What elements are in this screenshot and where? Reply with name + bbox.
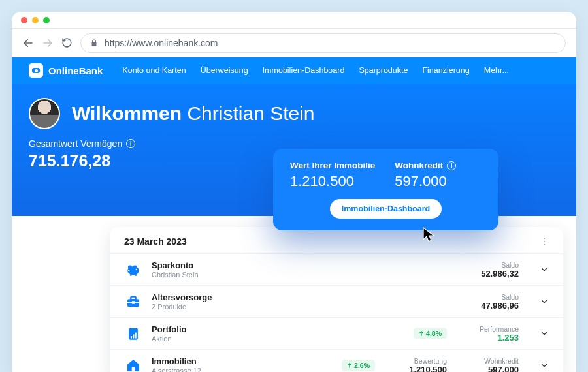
info-icon[interactable]: i <box>447 161 456 170</box>
dashboard-button[interactable]: Immobilien-Dashboard <box>330 199 442 219</box>
accounts-card: 23 March 2023 ⋯ SparkontoChristian Stein… <box>110 227 563 372</box>
chevron-down-icon[interactable] <box>540 361 549 370</box>
account-row[interactable]: PortfolioAktien4.8%Performance1.253 <box>110 317 563 349</box>
value-amount: 52.986,32 <box>468 269 519 279</box>
chevron-down-icon[interactable] <box>540 329 549 338</box>
value-label: Saldo <box>468 293 519 301</box>
value-column: Saldo52.986,32 <box>468 261 519 279</box>
window-close-dot[interactable] <box>21 17 27 23</box>
value-column: Wohnkredit597.000 <box>468 357 519 373</box>
brand[interactable]: OnlineBank <box>29 63 103 78</box>
window-zoom-dot[interactable] <box>43 17 50 23</box>
welcome-username: Christian Stein <box>187 102 314 124</box>
row-title: Immobilien <box>152 356 295 366</box>
nav-item-savings[interactable]: Sparprodukte <box>359 66 408 75</box>
svg-rect-14 <box>131 336 132 338</box>
svg-rect-15 <box>133 334 134 338</box>
back-button[interactable] <box>22 37 34 49</box>
url-text: https://www.onlinebank.com <box>105 38 218 48</box>
value-amount: 1.253 <box>468 333 519 343</box>
row-icon <box>124 292 142 311</box>
svg-point-3 <box>128 266 133 270</box>
welcome-text: Wilkommen Christian Stein <box>72 102 315 125</box>
card-date: 23 March 2023 <box>124 236 187 247</box>
svg-rect-16 <box>135 333 137 339</box>
svg-rect-10 <box>131 297 136 300</box>
value-label: Performance <box>468 325 519 333</box>
value-label: Bewertung <box>396 357 447 365</box>
row-titles: PortfolioAktien <box>152 324 295 343</box>
value-label: Wohnkredit <box>468 357 519 365</box>
row-subtitle: Aktien <box>152 335 295 343</box>
nav-item-financing[interactable]: Finanzierung <box>422 66 469 75</box>
account-row[interactable]: Altersvorsorge2 ProdukteSaldo47.986,96 <box>110 285 563 317</box>
svg-rect-5 <box>128 270 129 271</box>
more-menu-icon[interactable]: ⋯ <box>539 237 549 247</box>
avatar[interactable] <box>29 98 60 129</box>
row-icon <box>124 324 142 343</box>
row-subtitle: Christian Stein <box>152 271 295 279</box>
forward-button[interactable] <box>42 37 54 49</box>
brand-name: OnlineBank <box>48 65 103 76</box>
row-subtitle: Alserstrasse 12 <box>152 367 295 372</box>
nav-item-transfer[interactable]: Überweisung <box>201 66 248 75</box>
value-amount: 597.000 <box>468 365 519 373</box>
reload-button[interactable] <box>61 37 73 48</box>
row-titles: Altersvorsorge2 Produkte <box>152 292 295 311</box>
welcome-prefix: Wilkommen <box>72 102 182 124</box>
svg-rect-7 <box>130 274 131 276</box>
cursor-icon <box>422 226 436 243</box>
svg-rect-8 <box>135 274 136 276</box>
nav-item-more[interactable]: Mehr... <box>484 66 509 75</box>
property-value-label: Wert Ihrer Immobilie <box>290 161 375 170</box>
property-popover: Wert Ihrer Immobilie 1.210.500 Wohnkredi… <box>273 149 498 230</box>
home-loan-label: Wohnkredit i <box>395 161 456 170</box>
window-titlebar <box>12 12 576 29</box>
property-value: 1.210.500 <box>290 173 375 190</box>
row-icon <box>124 260 142 279</box>
value-column: Bewertung1.210.500 <box>396 357 447 373</box>
svg-rect-12 <box>132 301 135 304</box>
window-minimize-dot[interactable] <box>32 17 39 23</box>
product-nav: OnlineBank Konto und Karten Überweisung … <box>12 57 576 84</box>
browser-toolbar: https://www.onlinebank.com <box>12 29 576 57</box>
home-loan-value: 597.000 <box>395 173 456 190</box>
account-row[interactable]: ImmobilienAlserstrasse 122.6%Bewertung1.… <box>110 349 563 372</box>
account-row[interactable]: SparkontoChristian SteinSaldo52.986,32 <box>110 253 563 285</box>
info-icon[interactable]: i <box>126 139 135 148</box>
browser-window: https://www.onlinebank.com OnlineBank Ko… <box>12 12 576 372</box>
row-subtitle: 2 Produkte <box>152 303 295 311</box>
total-assets-label: Gesamtwert Vermögen i <box>29 138 559 149</box>
value-column: Saldo47.986,96 <box>468 293 519 311</box>
brand-icon <box>29 63 43 78</box>
svg-rect-17 <box>132 367 135 371</box>
address-bar[interactable]: https://www.onlinebank.com <box>80 33 566 53</box>
value-label: Saldo <box>468 261 519 269</box>
row-titles: SparkontoChristian Stein <box>152 260 295 279</box>
row-titles: ImmobilienAlserstrasse 12 <box>152 356 295 372</box>
value-amount: 47.986,96 <box>468 301 519 311</box>
change-badge: 2.6% <box>342 360 375 371</box>
row-title: Altersvorsorge <box>152 292 295 302</box>
nav-item-realestate[interactable]: Immobilien-Dashboard <box>263 66 345 75</box>
row-icon <box>124 356 142 372</box>
nav-item-accounts[interactable]: Konto und Karten <box>122 66 186 75</box>
value-column: Performance1.253 <box>468 325 519 343</box>
chevron-down-icon[interactable] <box>540 297 549 306</box>
svg-point-6 <box>136 269 138 271</box>
row-title: Portfolio <box>152 324 295 334</box>
value-amount: 1.210.500 <box>396 365 447 373</box>
change-badge: 4.8% <box>414 328 447 339</box>
row-title: Sparkonto <box>152 260 295 270</box>
chevron-down-icon[interactable] <box>540 265 549 274</box>
lock-icon <box>90 39 98 48</box>
